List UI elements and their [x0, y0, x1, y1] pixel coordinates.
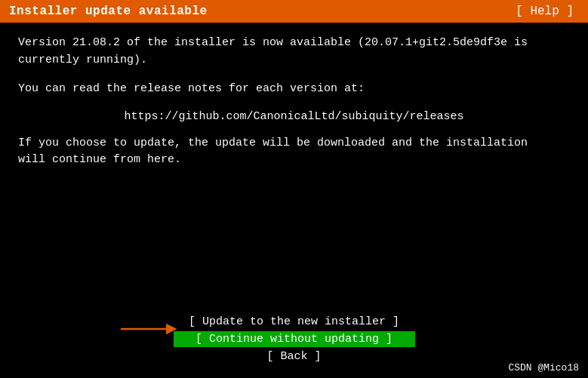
arrow-icon — [117, 321, 177, 337]
paragraph-release-notes: You can read the release notes for each … — [18, 81, 570, 98]
spacer — [18, 181, 570, 315]
continue-without-button[interactable]: [ Continue without updating ] — [174, 331, 415, 347]
main-content: Version 21.08.2 of the installer is now … — [0, 23, 588, 378]
update-button[interactable]: [ Update to the new installer ] — [174, 314, 415, 330]
watermark: CSDN @Mico18 — [508, 362, 579, 373]
back-button[interactable]: [ Back ] — [174, 349, 415, 364]
help-button[interactable]: [ Help ] — [510, 3, 579, 20]
paragraph-version: Version 21.08.2 of the installer is now … — [18, 35, 570, 69]
paragraph-update-info: If you choose to update, the update will… — [18, 135, 570, 169]
app-container: Installer update available [ Help ] Vers… — [0, 0, 588, 378]
title-bar: Installer update available [ Help ] — [0, 0, 588, 23]
release-notes-link[interactable]: https://github.com/CanonicalLtd/subiquit… — [18, 110, 570, 123]
buttons-area: [ Update to the new installer ] [ Contin… — [18, 314, 570, 364]
title-text: Installer update available — [9, 5, 208, 18]
